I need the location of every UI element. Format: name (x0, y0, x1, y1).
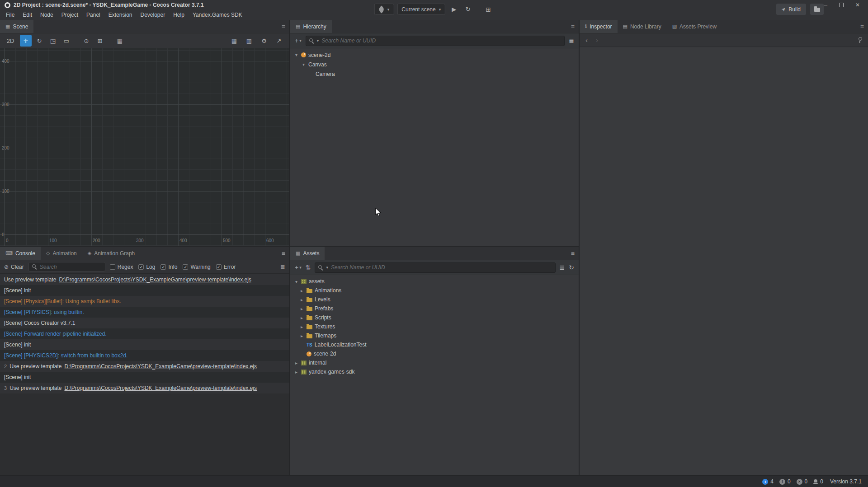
expand-right-icon[interactable]: ▸ (299, 288, 304, 293)
tree-item-internal[interactable]: ▸internal (290, 358, 579, 367)
console-log-row[interactable]: Use preview template D:\Programms\CocosP… (0, 274, 289, 285)
expand-right-icon[interactable]: ▸ (299, 297, 304, 302)
expand-right-icon[interactable]: ▸ (299, 306, 304, 311)
maximize-button[interactable] (839, 3, 844, 7)
pin-icon[interactable] (858, 37, 862, 43)
assets-panel-menu-icon[interactable]: ≡ (571, 247, 575, 260)
menu-panel[interactable]: Panel (82, 10, 104, 20)
expand-down-icon[interactable]: ▾ (294, 52, 299, 57)
console-log-row[interactable]: [Scene] Cocos Creator v3.7.1 (0, 318, 289, 328)
tree-item-prefabs[interactable]: ▸Prefabs (290, 304, 579, 313)
platform-dropdown[interactable]: ▾ (374, 4, 394, 15)
console-log-row[interactable]: [Scene] init (0, 339, 289, 350)
snap-tool-button[interactable]: ▦ (114, 35, 126, 47)
hierarchy-search[interactable]: ▾ (306, 36, 565, 46)
expand-down-icon[interactable]: ▾ (301, 62, 306, 67)
status-bell[interactable]: 0 (813, 478, 823, 485)
tree-item-levels[interactable]: ▸Levels (290, 295, 579, 304)
move-tool-button[interactable]: ✛ (20, 35, 32, 47)
status-error[interactable]: ×0 (797, 478, 808, 485)
assets-search[interactable]: ▾ (315, 262, 555, 273)
close-button[interactable]: ✕ (855, 0, 860, 10)
tree-item-scene-2d[interactable]: ▾scene-2d (290, 50, 579, 60)
preview-in-editor-button[interactable]: ⊞ (483, 4, 494, 15)
expand-right-icon[interactable]: ▸ (299, 324, 304, 329)
play-button[interactable]: ▶ (448, 4, 459, 15)
filter-regex[interactable]: Regex (110, 264, 133, 270)
history-forward-icon[interactable]: › (596, 36, 598, 44)
menu-yandex-games-sdk[interactable]: Yandex.Games SDK (189, 10, 246, 20)
tab-hierarchy[interactable]: ▤ Hierarchy (290, 20, 332, 33)
inspector-panel-menu-icon[interactable]: ≡ (860, 20, 864, 33)
log-file-link[interactable]: D:\Programms\CocosProjects\YSDK_ExampleG… (59, 276, 251, 283)
clear-console-button[interactable]: ⊘ Clear (4, 264, 24, 270)
log-detail-icon[interactable]: ≣ (280, 263, 285, 270)
space-tool-button[interactable]: ⊞ (94, 35, 106, 47)
checkbox-checked-icon[interactable]: ✓ (183, 264, 188, 270)
history-back-icon[interactable]: ‹ (585, 36, 588, 44)
console-log-row[interactable]: 3Use preview template D:\Programms\Cocos… (0, 383, 289, 393)
menu-extension[interactable]: Extension (104, 10, 137, 20)
console-log-row[interactable]: [Scene] Forward render pipeline initiali… (0, 328, 289, 339)
tree-item-tilemaps[interactable]: ▸Tilemaps (290, 331, 579, 340)
console-log-row[interactable]: 2Use preview template D:\Programms\Cocos… (0, 361, 289, 372)
expand-right-icon[interactable]: ▸ (294, 370, 299, 375)
pivot-tool-button[interactable]: ⊙ (80, 35, 92, 47)
filter-warning[interactable]: ✓Warning (183, 264, 210, 270)
console-log-row[interactable]: [Scene] [PHYSICS]: using builtin. (0, 307, 289, 318)
gear-tool-button[interactable]: ⚙ (258, 35, 270, 47)
expand-right-icon[interactable]: ▸ (299, 333, 304, 338)
hierarchy-search-input[interactable] (321, 37, 561, 44)
expand-right-icon[interactable]: ▸ (294, 361, 299, 365)
tab-node-library[interactable]: ▤Node Library (618, 20, 667, 33)
rect-tool-button[interactable]: ▭ (61, 35, 72, 47)
build-button[interactable]: ➤ Build (776, 4, 806, 15)
menu-developer[interactable]: Developer (136, 10, 169, 20)
tab-assets[interactable]: ▦ Assets (290, 247, 325, 260)
tree-item-assets[interactable]: ▾assets (290, 277, 579, 286)
filter-error[interactable]: ✓Error (216, 264, 236, 270)
tab-console[interactable]: ⌨Console (0, 247, 41, 260)
search-filter-chevron-icon[interactable]: ▾ (317, 38, 319, 43)
checkbox-checked-icon[interactable]: ✓ (138, 264, 144, 270)
tab-assets-preview[interactable]: ▧Assets Preview (667, 20, 722, 33)
scene-panel-menu-icon[interactable]: ≡ (282, 20, 285, 33)
expand-right-icon[interactable]: ▸ (299, 315, 304, 320)
console-log-row[interactable]: [Scene] [Physics][Bullet]: Using asmjs B… (0, 296, 289, 307)
search-filter-chevron-icon[interactable]: ▾ (326, 265, 328, 270)
hierarchy-panel-menu-icon[interactable]: ≡ (571, 20, 575, 33)
tab-animation-graph[interactable]: ◈Animation Graph (82, 247, 141, 260)
filter-info[interactable]: ✓Info (160, 264, 177, 270)
mode-2d-button[interactable]: 2D (5, 35, 16, 47)
open-build-folder-button[interactable] (810, 4, 824, 15)
menu-file[interactable]: File (2, 10, 19, 20)
minimize-button[interactable]: ─ (823, 0, 827, 10)
capture-tool-button[interactable]: ▥ (243, 35, 255, 47)
refresh-assets-button[interactable]: ↻ (569, 264, 574, 271)
console-log-row[interactable]: [Scene] init (0, 372, 289, 383)
tree-item-camera[interactable]: Camera (290, 69, 579, 79)
tab-animation[interactable]: ◇Animation (41, 247, 82, 260)
sort-assets-button[interactable]: ⇅ (306, 264, 311, 271)
tree-item-animations[interactable]: ▸Animations (290, 286, 579, 295)
scale-tool-button[interactable]: ◳ (47, 35, 59, 47)
preview-target-dropdown[interactable]: Current scene ▾ (397, 4, 445, 15)
tab-inspector[interactable]: ℹInspector (580, 20, 618, 33)
menu-project[interactable]: Project (57, 10, 82, 20)
hierarchy-view-options-button[interactable]: ≣ (569, 37, 574, 44)
tree-item-labellocalizationtest[interactable]: TSLabelLocalizationTest (290, 340, 579, 349)
create-node-button[interactable]: +▾ (295, 37, 302, 44)
menu-node[interactable]: Node (36, 10, 57, 20)
assets-search-input[interactable] (331, 264, 552, 271)
checkbox-unchecked-icon[interactable] (110, 264, 115, 270)
console-panel-menu-icon[interactable]: ≡ (282, 247, 285, 260)
expand-down-icon[interactable]: ▾ (294, 279, 299, 284)
checkbox-checked-icon[interactable]: ✓ (216, 264, 222, 270)
expand-tool-button[interactable]: ↗ (273, 35, 285, 47)
console-search[interactable] (28, 262, 105, 272)
tree-item-canvas[interactable]: ▾Canvas (290, 60, 579, 69)
grid-tool-button[interactable]: ▦ (228, 35, 240, 47)
menu-help[interactable]: Help (169, 10, 189, 20)
scene-canvas[interactable]: 40030020010000100200300400500600 (0, 48, 289, 246)
status-info[interactable]: i4 (762, 478, 774, 485)
